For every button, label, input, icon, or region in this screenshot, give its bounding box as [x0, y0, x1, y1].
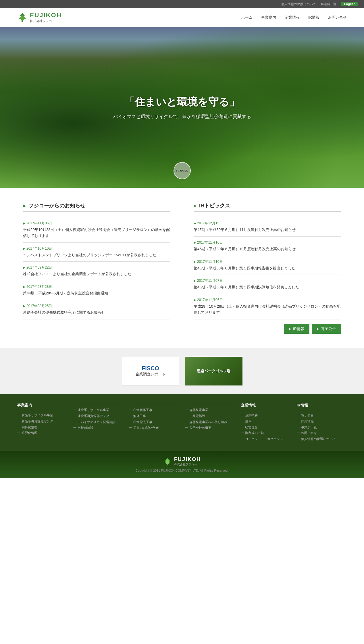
denshi-button[interactable]: ▶ 電子公告: [312, 324, 341, 334]
news-date: ▶ 2017年11月06日: [23, 221, 170, 226]
footer-link[interactable]: 拠所等の一覧: [241, 430, 291, 436]
ir-date: ▶ 2017年11月16日: [194, 240, 341, 245]
footer-bottom: FUJIKOH 株式会社フジコー Copyright © 2011 FUJIKO…: [0, 451, 364, 478]
english-button[interactable]: English: [341, 2, 358, 6]
footer-link[interactable]: ー焼却施設: [73, 425, 124, 431]
main-nav: ホーム 事業案内 企業情報 IR情報 お問い合せ: [241, 15, 347, 20]
nav-ir[interactable]: IR情報: [308, 15, 319, 20]
footer-link[interactable]: コーポレート・ガバナンス: [241, 436, 291, 442]
footer-col-title: [185, 403, 235, 404]
news-text: 平成29年10月28日（土）個人投資家向け会社説明会（読売ブリッジサロン）の動画…: [23, 227, 170, 239]
news-section: ▶ フジコーからのお知らせ ▶ 2017年11月06日 平成29年10月28日（…: [0, 188, 364, 348]
news-date: ▶ 2017年08月28日: [23, 284, 170, 289]
footer-nav: 事業案内 食品系リサイクル事業 食品系再資源化センター 飼料化処理 堆肥化処理 …: [0, 394, 364, 451]
ir-item[interactable]: ▶ 2017年12月15日 第45期（平成30年６月期）11月度連触月次売上高の…: [194, 217, 341, 237]
footer-link[interactable]: お問い合せ: [297, 430, 347, 436]
footer-link[interactable]: 建設系再資源化センター: [73, 413, 124, 419]
header: FUJIKOH 株式会社フジコー ホーム 事業案内 企業情報 IR情報 お問い合…: [0, 8, 364, 27]
scroll-label: SCROLL: [176, 169, 188, 172]
ir-item[interactable]: ▶ 2017年11月07日 第45期（平成30年６月期）第１四半期決算短信を発表…: [194, 275, 341, 294]
top-bar: 個人情報の保護について 事業所一覧 English: [0, 0, 364, 8]
footer-logo: FUJIKOH 株式会社フジコー: [163, 456, 201, 466]
logo-icon: [17, 12, 28, 23]
ir-text: 第45期（平成30年６月期）11月度連触月次売上高のお知らせ: [194, 227, 341, 233]
svg-marker-1: [19, 15, 26, 20]
fisco-title: FISCO: [142, 365, 159, 372]
hero-content: 「住まいと環境を守る」 バイオマスと環境リサイクルで、豊かな循環型社会創造に貢献…: [113, 95, 251, 120]
privacy-link[interactable]: 個人情報の保護について: [281, 2, 316, 6]
footer-link[interactable]: 採用情報: [297, 418, 347, 424]
logo[interactable]: FUJIKOH 株式会社フジコー: [17, 11, 62, 23]
footer: 事業案内 食品系リサイクル事業 食品系再資源化センター 飼料化処理 堆肥化処理 …: [0, 394, 364, 478]
news-item[interactable]: ▶ 2017年11月06日 平成29年10月28日（土）個人投資家向け会社説明会…: [23, 217, 170, 243]
footer-col-termite: 白蟻解体工事 解体工事 白蟻除去工事 工事のお問い合せ: [129, 403, 179, 442]
ir-date: ▶ 2017年12月15日: [194, 221, 341, 226]
nav-business[interactable]: 事業案内: [261, 15, 276, 20]
ir-item[interactable]: ▶ 2017年11月16日 第45期（平成30年６月期）10月度連触月次売上高の…: [194, 237, 341, 256]
footer-link[interactable]: 食品系リサイクル事業: [17, 412, 68, 418]
footer-link[interactable]: 電子公告: [297, 412, 347, 418]
date-arrow-icon: ▶: [23, 221, 25, 225]
ir-arrow-icon: ▶: [194, 203, 197, 208]
news-header: ▶ フジコーからのお知らせ: [23, 202, 170, 212]
footer-col-title: 事業案内: [17, 403, 68, 409]
banner-section: FISCO 企業調査レポート 遊楽パークゴルフ場: [0, 348, 364, 394]
golf-banner[interactable]: 遊楽パークゴルフ場: [185, 357, 242, 385]
ir-date: ▶ 2017年11月10日: [194, 259, 341, 264]
news-item[interactable]: ▶ 2017年08月28日 第44期（平成29年6月期）定時株主総会お招集通知: [23, 281, 170, 300]
svg-rect-2: [22, 20, 23, 22]
scroll-button[interactable]: SCROLL: [174, 162, 191, 179]
footer-col-title: [73, 403, 124, 404]
footer-col-forest: 森林発電事業 一発電施設 森林発電事業への取り組み 各子会社の概要: [185, 403, 235, 442]
footer-link[interactable]: 個人情報の保護について: [297, 436, 347, 442]
footer-link[interactable]: 食品系再資源化センター: [17, 418, 68, 424]
ir-item[interactable]: ▶ 2017年11月06日 平成29年10月28日（土）個人投資家向け会社説明会…: [194, 294, 341, 319]
nav-contact[interactable]: お問い合せ: [328, 15, 347, 20]
date-arrow-icon: ▶: [23, 304, 25, 308]
footer-link[interactable]: 一発電施設: [185, 413, 235, 419]
footer-link[interactable]: 森林発電事業への取り組み: [185, 419, 235, 425]
nav-company[interactable]: 企業情報: [285, 15, 300, 20]
footer-col-title: 企業情報: [241, 403, 291, 409]
footer-link[interactable]: 飼料化処理: [17, 424, 68, 430]
news-item[interactable]: ▶ 2017年10月10日 インベストメントブリッジより当社のブリッジレポートv…: [23, 243, 170, 262]
footer-link[interactable]: ーバイオマスガス発電施設: [73, 419, 124, 425]
nav-home[interactable]: ホーム: [241, 15, 253, 20]
offices-link[interactable]: 事業所一覧: [321, 2, 336, 6]
footer-link[interactable]: 白蟻除去工事: [129, 419, 179, 425]
btn-arrow-icon: ▶: [289, 327, 291, 330]
footer-link[interactable]: 各子会社の概要: [185, 425, 235, 431]
news-item[interactable]: ▶ 2017年09月22日 株式会社フィスコより当社の企業調査レポートが公表され…: [23, 262, 170, 281]
footer-link[interactable]: 堆肥化処理: [17, 430, 68, 436]
footer-link[interactable]: 建設系リサイクル事業: [73, 407, 124, 413]
footer-col-company: 企業情報 企業概要 沿革 経営理念 拠所等の一覧 コーポレート・ガバナンス: [241, 403, 291, 442]
fisco-banner[interactable]: FISCO 企業調査レポート: [122, 357, 179, 385]
ir-title: IRトピックス: [199, 202, 230, 209]
ir-info-button[interactable]: ▶ IR情報: [284, 324, 309, 334]
footer-link[interactable]: 森林発電事業: [185, 407, 235, 413]
news-date: ▶ 2017年09月22日: [23, 265, 170, 270]
news-item[interactable]: ▶ 2017年08月25日 連結子会社の優先株式取得完了に関するお知らせ: [23, 300, 170, 319]
svg-marker-4: [165, 459, 170, 464]
footer-copyright: Copyright © 2011 FUJIKOH COMPANY.,LTD. A…: [136, 469, 229, 472]
btn-arrow-icon: ▶: [317, 327, 319, 330]
ir-text: 第45期（平成30年６月期）第１四半期決算短信を発表しました: [194, 284, 341, 290]
svg-rect-5: [167, 464, 168, 465]
footer-link[interactable]: 解体工事: [129, 413, 179, 419]
news-arrow-icon: ▶: [23, 203, 26, 208]
date-arrow-icon: ▶: [23, 285, 25, 289]
ir-item[interactable]: ▶ 2017年11月10日 第45期（平成30年６月期）第１四半期報告書を提出し…: [194, 256, 341, 275]
footer-logo-icon: [163, 457, 172, 466]
news-column: ▶ フジコーからのお知らせ ▶ 2017年11月06日 平成29年10月28日（…: [23, 202, 170, 334]
ir-column: ▶ IRトピックス ▶ 2017年12月15日 第45期（平成30年６月期）11…: [194, 202, 341, 334]
footer-link[interactable]: 経営理念: [241, 424, 291, 430]
footer-link[interactable]: 企業概要: [241, 412, 291, 418]
footer-col-ir-title: IR情報: [297, 403, 347, 409]
footer-link[interactable]: 事業所一覧: [297, 424, 347, 430]
footer-link[interactable]: 沿革: [241, 418, 291, 424]
footer-link[interactable]: 工事のお問い合せ: [129, 425, 179, 431]
date-arrow-icon: ▶: [194, 241, 196, 244]
fisco-subtitle: 企業調査レポート: [136, 372, 165, 377]
news-text: 株式会社フィスコより当社の企業調査レポートが公表されました: [23, 271, 170, 277]
footer-link[interactable]: 白蟻解体工事: [129, 407, 179, 413]
